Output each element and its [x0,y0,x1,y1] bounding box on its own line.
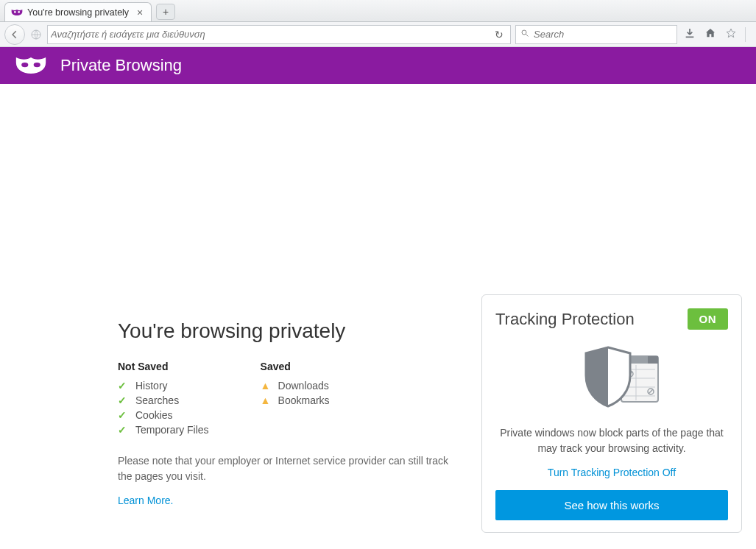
saved-item: ▲Downloads [261,378,330,393]
list-item-label: Bookmarks [278,394,330,406]
list-item-label: Downloads [278,380,329,392]
svg-point-1 [18,11,20,13]
list-item-label: Cookies [135,409,173,421]
list-item-label: Temporary Files [135,424,209,436]
warning-icon: ▲ [261,394,272,406]
back-button[interactable] [4,24,25,45]
list-item-label: History [135,380,168,392]
svg-point-7 [34,63,40,67]
search-input[interactable] [534,29,672,40]
mask-favicon-icon [11,7,23,18]
tracking-description: Private windows now block parts of the p… [495,425,728,456]
svg-point-6 [21,63,28,67]
tracking-card: Tracking Protection ON Private windows n… [481,294,742,533]
svg-point-3 [522,30,526,35]
url-bar[interactable]: ↻ [47,25,511,44]
check-icon: ✓ [118,424,130,436]
page-heading: You're browsing privately [118,319,464,343]
tab-title: You're browsing privately [27,7,130,18]
not-saved-label: Not Saved [118,361,209,372]
privacy-note: Please note that your employer or Intern… [118,453,449,484]
tab-strip: You're browsing privately × + [0,0,756,22]
learn-more-link[interactable]: Learn More. [118,495,173,506]
new-tab-button[interactable]: + [156,4,175,20]
toolbar-divider [745,27,746,42]
tab-close-icon[interactable]: × [135,7,145,18]
warning-icon: ▲ [261,380,272,392]
globe-icon [29,28,43,41]
saved-column: Saved ▲Downloads▲Bookmarks [261,361,330,437]
shield-graphic-icon [495,340,728,414]
not-saved-item: ✓History [118,378,209,393]
not-saved-item: ✓Temporary Files [118,422,209,437]
saved-label: Saved [261,361,330,372]
svg-rect-10 [648,356,658,364]
see-how-button[interactable]: See how this works [495,490,728,520]
search-icon [520,29,531,40]
home-icon[interactable] [702,27,718,42]
check-icon: ✓ [118,394,130,406]
private-banner: Private Browsing [0,47,756,84]
nav-toolbar: ↻ [0,22,756,47]
downloads-icon[interactable] [682,27,698,42]
saved-item: ▲Bookmarks [261,393,330,408]
search-bar[interactable] [515,25,677,44]
not-saved-item: ✓Searches [118,393,209,408]
tracking-title: Tracking Protection [495,310,635,329]
tracking-on-badge: ON [688,308,729,330]
bookmark-star-icon[interactable] [723,27,739,42]
svg-point-0 [14,11,16,13]
browser-tab[interactable]: You're browsing privately × [4,2,152,21]
mask-icon [15,54,47,77]
not-saved-column: Not Saved ✓History✓Searches✓Cookies✓Temp… [118,361,209,437]
turn-off-link[interactable]: Turn Tracking Protection Off [495,467,728,478]
list-item-label: Searches [135,394,179,406]
check-icon: ✓ [118,380,130,392]
url-input[interactable] [51,29,491,40]
reload-icon[interactable]: ↻ [491,29,507,40]
svg-line-4 [526,35,529,37]
banner-title: Private Browsing [60,56,182,75]
private-info: You're browsing privately Not Saved ✓His… [118,319,464,506]
page-content: You're browsing privately Not Saved ✓His… [0,84,756,548]
not-saved-item: ✓Cookies [118,408,209,422]
check-icon: ✓ [118,409,130,421]
